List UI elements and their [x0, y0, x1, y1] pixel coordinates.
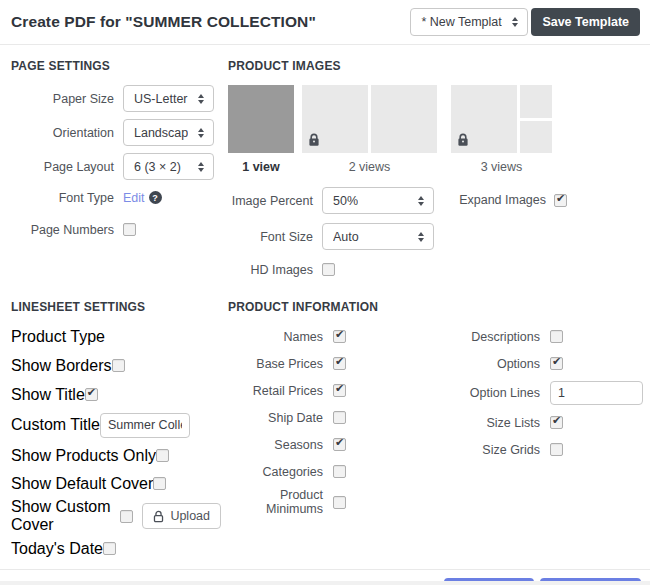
size-lists-label: Size Lists	[430, 416, 540, 430]
paper-size-value: US-Letter	[134, 92, 188, 106]
template-select[interactable]: * New Template	[410, 8, 528, 36]
help-icon[interactable]: ?	[149, 191, 162, 204]
todays-date-checkbox[interactable]	[103, 542, 116, 555]
page-layout-select[interactable]: 6 (3 × 2)	[123, 153, 214, 180]
hd-images-checkbox[interactable]	[322, 263, 335, 276]
orientation-value: Landscape	[134, 126, 188, 140]
descriptions-checkbox[interactable]	[550, 330, 563, 343]
font-type-row: Font Type Edit ?	[11, 187, 221, 208]
product-info-column-2: Descriptions Options Option Lines S	[430, 326, 643, 522]
view-option-1[interactable]: 1 view	[228, 85, 294, 174]
ship-date-checkbox[interactable]	[333, 411, 346, 424]
names-label: Names	[228, 330, 323, 344]
show-custom-cover-checkbox[interactable]	[120, 510, 133, 523]
custom-title-input[interactable]	[100, 413, 190, 438]
page-layout-row: Page Layout 6 (3 × 2)	[11, 153, 221, 180]
product-type-label: Product Type	[11, 328, 105, 346]
categories-label: Categories	[228, 465, 323, 479]
show-default-cover-label: Show Default Cover	[11, 475, 153, 493]
show-borders-row: Show Borders	[11, 355, 221, 376]
names-checkbox[interactable]	[333, 330, 346, 343]
font-size-label: Font Size	[228, 230, 313, 244]
show-borders-checkbox[interactable]	[112, 359, 125, 372]
font-type-edit-link[interactable]: Edit	[123, 191, 145, 205]
hd-images-label: HD Images	[228, 263, 313, 277]
show-default-cover-checkbox[interactable]	[153, 477, 166, 490]
view-option-label: 2 views	[302, 160, 437, 174]
download-button[interactable]: Download	[540, 578, 641, 581]
retail-prices-checkbox[interactable]	[333, 384, 346, 397]
retail-prices-label: Retail Prices	[228, 384, 323, 398]
image-percent-select[interactable]: 50%	[322, 187, 434, 214]
seasons-row: Seasons	[228, 434, 430, 455]
custom-title-row: Custom Title	[11, 412, 221, 438]
select-stepper-icon	[408, 232, 424, 242]
size-lists-checkbox[interactable]	[550, 416, 563, 429]
product-type-row: Product Type	[11, 326, 221, 347]
retail-prices-row: Retail Prices	[228, 380, 430, 401]
product-information-heading: PRODUCT INFORMATION	[228, 300, 643, 314]
show-title-checkbox[interactable]	[85, 388, 98, 401]
header-actions: * New Template Save Template	[410, 8, 640, 36]
orientation-select[interactable]: Landscape	[123, 119, 214, 146]
product-minimums-checkbox[interactable]	[333, 496, 346, 509]
create-pdf-dialog: Create PDF for "SUMMER COLLECTION" * New…	[0, 0, 650, 581]
page-numbers-row: Page Numbers	[11, 219, 221, 240]
page-layout-value: 6 (3 × 2)	[134, 160, 181, 174]
product-minimums-row: Product Minimums	[228, 488, 430, 516]
size-grids-checkbox[interactable]	[550, 443, 563, 456]
show-products-only-row: Show Products Only	[11, 445, 221, 466]
paper-size-label: Paper Size	[11, 92, 114, 106]
page-settings-heading: PAGE SETTINGS	[11, 59, 221, 73]
options-row: Options	[430, 353, 643, 374]
view-option-label: 1 view	[228, 160, 294, 174]
left-column: PAGE SETTINGS Paper Size US-Letter Orien…	[11, 59, 221, 565]
options-checkbox[interactable]	[550, 357, 563, 370]
page-numbers-checkbox[interactable]	[123, 223, 136, 236]
paper-size-select[interactable]: US-Letter	[123, 85, 214, 112]
show-title-label: Show Title	[11, 386, 85, 404]
todays-date-label: Today's Date	[11, 540, 103, 558]
option-lines-label: Option Lines	[430, 386, 540, 400]
seasons-label: Seasons	[228, 438, 323, 452]
preview-button[interactable]: Preview	[444, 578, 534, 581]
lock-icon	[308, 133, 320, 147]
font-size-row: Font Size Auto	[228, 223, 446, 250]
base-prices-row: Base Prices	[228, 353, 430, 374]
view-option-label: 3 views	[451, 160, 552, 174]
page-numbers-label: Page Numbers	[11, 223, 114, 237]
page-title: Create PDF for "SUMMER COLLECTION"	[11, 13, 316, 31]
select-stepper-icon	[502, 17, 518, 27]
view-option-3[interactable]: 3 views	[451, 85, 552, 174]
view-option-2[interactable]: 2 views	[302, 85, 437, 174]
paper-size-row: Paper Size US-Letter	[11, 85, 221, 112]
show-custom-cover-label: Show Custom Cover	[11, 498, 120, 534]
upload-cover-button[interactable]: Upload	[142, 503, 221, 529]
size-lists-row: Size Lists	[430, 412, 643, 433]
product-images-heading: PRODUCT IMAGES	[228, 59, 643, 73]
expand-images-label: Expand Images	[446, 193, 546, 207]
linesheet-settings-section: LINESHEET SETTINGS Product Type Show Bor…	[11, 300, 221, 559]
font-size-value: Auto	[333, 230, 359, 244]
two-views-thumbnail	[371, 85, 437, 153]
option-lines-input[interactable]	[550, 381, 643, 405]
seasons-checkbox[interactable]	[333, 438, 346, 451]
template-select-value: * New Template	[421, 15, 502, 29]
ship-date-label: Ship Date	[228, 411, 323, 425]
dialog-footer: Preview Download	[0, 569, 650, 581]
categories-checkbox[interactable]	[333, 465, 346, 478]
options-label: Options	[430, 357, 540, 371]
size-grids-row: Size Grids	[430, 439, 643, 460]
show-products-only-checkbox[interactable]	[156, 449, 169, 462]
one-view-thumbnail	[228, 85, 294, 153]
show-title-row: Show Title	[11, 384, 221, 405]
select-stepper-icon	[408, 196, 424, 206]
save-template-button[interactable]: Save Template	[531, 8, 640, 36]
expand-images-checkbox[interactable]	[554, 194, 567, 207]
font-size-select[interactable]: Auto	[322, 223, 434, 250]
base-prices-checkbox[interactable]	[333, 357, 346, 370]
right-column: PRODUCT IMAGES 1 view	[221, 59, 643, 565]
show-default-cover-row: Show Default Cover	[11, 473, 221, 494]
expand-images-row: Expand Images	[446, 187, 643, 213]
linesheet-settings-heading: LINESHEET SETTINGS	[11, 300, 221, 314]
